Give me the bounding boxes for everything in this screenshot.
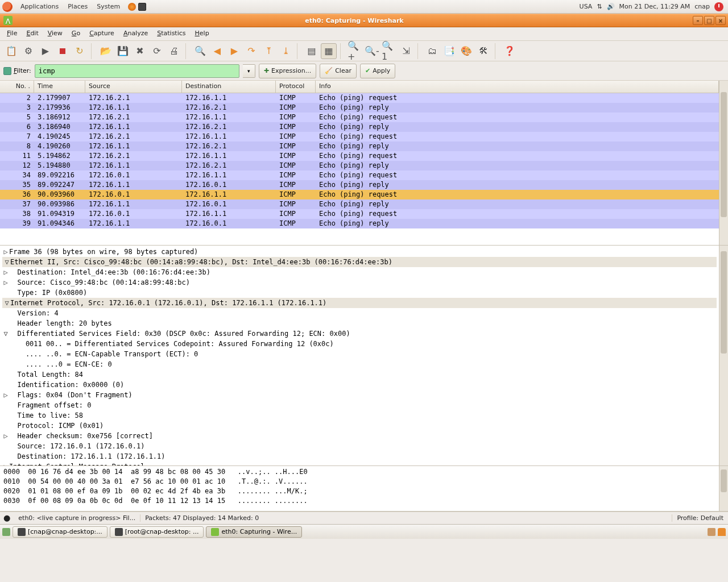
display-filters-button[interactable]: 📑 bbox=[441, 43, 457, 59]
col-source[interactable]: Source bbox=[85, 81, 182, 93]
expert-info-icon[interactable]: ⬤ bbox=[0, 514, 14, 522]
goto-last-button[interactable]: ⤓ bbox=[278, 43, 293, 59]
table-row[interactable]: 74.190245172.16.2.1172.16.1.1ICMPEcho (p… bbox=[0, 132, 719, 142]
packet-list-header[interactable]: No. . Time Source Destination Protocol I… bbox=[0, 81, 719, 93]
autoscroll-button[interactable]: ▦ bbox=[321, 43, 337, 59]
window-titlebar[interactable]: ⋀ eth0: Capturing - Wireshark – □ × bbox=[0, 14, 728, 27]
restart-button[interactable]: ↻ bbox=[72, 43, 88, 59]
volume-icon[interactable]: 🔊 bbox=[607, 3, 615, 10]
tree-row[interactable]: ▽Ethernet II, Src: Cisco_99:48:bc (00:14… bbox=[2, 257, 717, 267]
keyboard-indicator[interactable]: USA bbox=[580, 3, 593, 10]
hex-scrollbar[interactable] bbox=[719, 466, 728, 511]
apply-button[interactable]: ✔Apply bbox=[360, 64, 395, 78]
tree-row[interactable]: .... ...0 = ECN-CE: 0 bbox=[2, 359, 717, 369]
menu-file[interactable]: File bbox=[2, 27, 22, 40]
taskbar-button[interactable]: eth0: Capturing - Wire... bbox=[206, 526, 302, 538]
ubuntu-logo-icon[interactable] bbox=[2, 2, 13, 12]
table-row[interactable]: 115.194862172.16.2.1172.16.1.1ICMPEcho (… bbox=[0, 151, 719, 161]
table-row[interactable]: 3589.092247172.16.1.1172.16.0.1ICMPEcho … bbox=[0, 180, 719, 190]
system-menu[interactable]: System bbox=[92, 3, 125, 10]
tree-row[interactable]: Type: IP (0x0800) bbox=[2, 288, 717, 298]
tree-row[interactable]: Fragment offset: 0 bbox=[2, 400, 717, 410]
minimize-button[interactable]: – bbox=[693, 16, 703, 25]
tree-row[interactable]: ▷ Source: Cisco_99:48:bc (00:14:a8:99:48… bbox=[2, 277, 717, 288]
table-row[interactable]: 3991.094346172.16.1.1172.16.0.1ICMPEcho … bbox=[0, 219, 719, 228]
interfaces-button[interactable]: 📋 bbox=[3, 43, 19, 59]
tree-row[interactable]: Time to live: 58 bbox=[2, 410, 717, 421]
tree-row[interactable]: 0011 00.. = Differentiated Services Code… bbox=[2, 339, 717, 349]
tree-row[interactable]: Identification: 0x0000 (0) bbox=[2, 380, 717, 390]
help-button[interactable]: ❓ bbox=[502, 43, 518, 59]
tree-row[interactable]: ▷ Flags: 0x04 (Don't Fragment) bbox=[2, 390, 717, 400]
menu-analyze[interactable]: Analyze bbox=[119, 27, 152, 40]
goto-first-button[interactable]: ⤒ bbox=[260, 43, 276, 59]
show-desktop-icon[interactable] bbox=[2, 528, 10, 536]
tree-row[interactable]: ▽ Differentiated Services Field: 0x30 (D… bbox=[2, 329, 717, 339]
resize-cols-button[interactable]: ⇲ bbox=[398, 43, 414, 59]
clock[interactable]: Mon 21 Dec, 11:29 AM bbox=[619, 3, 690, 10]
zoom-out-button[interactable]: 🔍- bbox=[364, 43, 380, 59]
table-row[interactable]: 84.190260172.16.1.1172.16.2.1ICMPEcho (p… bbox=[0, 142, 719, 151]
col-no[interactable]: No. . bbox=[0, 81, 34, 93]
power-icon[interactable] bbox=[714, 2, 723, 11]
tree-row[interactable]: Header length: 20 bytes bbox=[2, 318, 717, 329]
tree-row[interactable]: ▷Internet Control Message Protocol bbox=[2, 462, 717, 465]
table-row[interactable]: 3690.093960172.16.0.1172.16.1.1ICMPEcho … bbox=[0, 190, 719, 199]
start-button[interactable]: ▶ bbox=[38, 43, 53, 59]
table-row[interactable]: 32.179936172.16.1.1172.16.2.1ICMPEcho (p… bbox=[0, 103, 719, 113]
applications-menu[interactable]: Applications bbox=[16, 3, 63, 10]
save-button[interactable]: 💾 bbox=[115, 43, 131, 59]
goto-button[interactable]: ↷ bbox=[243, 43, 259, 59]
trash-icon[interactable] bbox=[718, 528, 726, 536]
print-button[interactable]: 🖨 bbox=[166, 43, 182, 59]
details-scrollbar[interactable] bbox=[719, 246, 728, 465]
menu-statistics[interactable]: Statistics bbox=[152, 27, 190, 40]
tree-row[interactable]: ▷Frame 36 (98 bytes on wire, 98 bytes ca… bbox=[2, 247, 717, 257]
firefox-icon[interactable] bbox=[128, 3, 136, 11]
user-menu[interactable]: cnap bbox=[694, 3, 710, 10]
filter-input[interactable] bbox=[35, 64, 239, 78]
table-row[interactable]: 3891.094319172.16.0.1172.16.1.1ICMPEcho … bbox=[0, 209, 719, 219]
reload-button[interactable]: ⟳ bbox=[149, 43, 165, 59]
capture-filters-button[interactable]: 🗂 bbox=[424, 43, 440, 59]
menu-help[interactable]: Help bbox=[191, 27, 214, 40]
open-button[interactable]: 📂 bbox=[98, 43, 114, 59]
network-icon[interactable]: ⇅ bbox=[597, 3, 602, 10]
find-button[interactable]: 🔍 bbox=[192, 43, 208, 59]
filter-dropdown[interactable]: ▾ bbox=[243, 64, 255, 78]
col-protocol[interactable]: Protocol bbox=[276, 81, 316, 93]
table-row[interactable]: 22.179907172.16.2.1172.16.1.1ICMPEcho (p… bbox=[0, 93, 719, 103]
tree-row[interactable]: Protocol: ICMP (0x01) bbox=[2, 421, 717, 431]
table-row[interactable]: 63.186940172.16.1.1172.16.2.1ICMPEcho (p… bbox=[0, 122, 719, 132]
back-button[interactable]: ◀ bbox=[209, 43, 225, 59]
terminal-icon[interactable] bbox=[138, 3, 146, 11]
menu-capture[interactable]: Capture bbox=[85, 27, 119, 40]
menu-view[interactable]: View bbox=[43, 27, 67, 40]
status-profile[interactable]: Profile: Default bbox=[672, 514, 728, 522]
table-row[interactable]: 3790.093986172.16.1.1172.16.0.1ICMPEcho … bbox=[0, 199, 719, 209]
packet-list-scrollbar[interactable] bbox=[719, 81, 728, 245]
prefs-button[interactable]: 🛠 bbox=[475, 43, 491, 59]
tree-row[interactable]: ▽Internet Protocol, Src: 172.16.0.1 (172… bbox=[2, 298, 717, 308]
tree-row[interactable]: .... ..0. = ECN-Capable Transport (ECT):… bbox=[2, 349, 717, 359]
taskbar-button[interactable]: [root@cnap-desktop: ... bbox=[110, 526, 204, 538]
col-info[interactable]: Info bbox=[316, 81, 719, 93]
col-destination[interactable]: Destination bbox=[182, 81, 276, 93]
tree-row[interactable]: Version: 4 bbox=[2, 308, 717, 318]
clear-button[interactable]: 🧹Clear bbox=[320, 64, 357, 78]
tree-row[interactable]: ▷ Header checksum: 0xe756 [correct] bbox=[2, 431, 717, 441]
coloring-rules-button[interactable]: 🎨 bbox=[458, 43, 474, 59]
options-button[interactable]: ⚙ bbox=[20, 43, 36, 59]
table-row[interactable]: 3489.092216172.16.0.1172.16.1.1ICMPEcho … bbox=[0, 171, 719, 180]
tree-row[interactable]: Total Length: 84 bbox=[2, 369, 717, 380]
hex-dump[interactable]: 0000 00 16 76 d4 ee 3b 00 14 a8 99 48 bc… bbox=[0, 466, 719, 511]
menu-edit[interactable]: Edit bbox=[22, 27, 43, 40]
table-row[interactable]: 53.186912172.16.2.1172.16.1.1ICMPEcho (p… bbox=[0, 113, 719, 122]
forward-button[interactable]: ▶ bbox=[226, 43, 242, 59]
zoom-100-button[interactable]: 🔍1 bbox=[381, 43, 397, 59]
filter-icon[interactable] bbox=[3, 67, 11, 75]
places-menu[interactable]: Places bbox=[63, 3, 92, 10]
expression-button[interactable]: ✚Expression... bbox=[259, 64, 316, 78]
table-row[interactable]: 125.194880172.16.1.1172.16.2.1ICMPEcho (… bbox=[0, 161, 719, 171]
close-button[interactable]: × bbox=[715, 16, 726, 25]
